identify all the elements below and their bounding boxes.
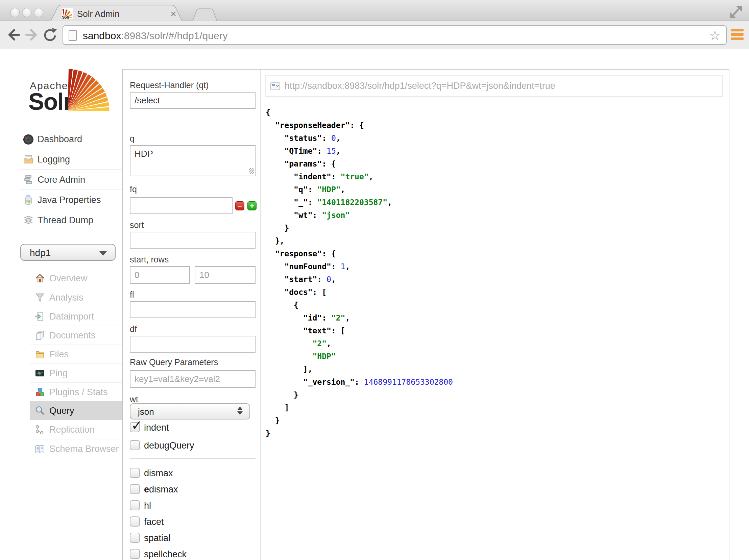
dismax-checkbox[interactable] xyxy=(130,468,140,478)
page-icon xyxy=(69,30,77,41)
debugquery-label: debugQuery xyxy=(144,441,194,451)
sidebar-item-label: Dataimport xyxy=(49,311,94,322)
sort-input[interactable] xyxy=(130,232,256,249)
browser-tab-shape[interactable] xyxy=(47,5,223,21)
documents-icon xyxy=(35,330,45,341)
sidebar-item-thread-dump[interactable]: Thread Dump xyxy=(19,210,122,230)
address-url[interactable]: sandbox:8983/solr/#/hdp1/query xyxy=(83,30,228,42)
checkmark-icon: ✓ xyxy=(131,418,143,433)
sidebar-item-plugins-stats[interactable]: Plugins / Stats xyxy=(30,382,122,401)
facet-label: facet xyxy=(144,517,164,527)
form-response-divider xyxy=(260,70,261,560)
new-tab-button xyxy=(193,9,217,21)
reload-button[interactable] xyxy=(43,27,58,42)
sidebar-item-dashboard[interactable]: Dashboard xyxy=(19,129,122,149)
tab-title: Solr Admin xyxy=(77,9,120,19)
zoom-window-button[interactable] xyxy=(34,8,43,17)
ping-icon xyxy=(35,368,45,379)
solr-sunburst-icon xyxy=(66,66,111,114)
core-admin-icon xyxy=(23,174,34,185)
java-properties-icon xyxy=(23,194,34,206)
fq-input[interactable] xyxy=(130,197,233,214)
browser-titlebar: Solr Solr Admin × xyxy=(0,0,749,21)
sidebar-item-label: Thread Dump xyxy=(38,215,93,226)
df-label: df xyxy=(130,324,137,334)
request-handler-input[interactable] xyxy=(130,92,256,109)
minimize-window-button[interactable] xyxy=(22,8,31,17)
query-magnifier-icon xyxy=(35,405,45,416)
spellcheck-label: spellcheck xyxy=(144,549,187,559)
sidebar-item-ping[interactable]: Ping xyxy=(30,363,122,382)
response-url-text: http://sandbox:8983/solr/hdp1/select?q=H… xyxy=(284,81,555,91)
solr-admin-page: Apache Solr Dashboard xyxy=(0,50,749,560)
sidebar-item-replication[interactable]: Replication xyxy=(30,420,122,439)
back-button[interactable] xyxy=(6,27,21,42)
sidebar-item-label: Core Admin xyxy=(38,175,85,185)
hl-label: hl xyxy=(144,500,151,511)
q-textarea[interactable]: HDP xyxy=(130,145,256,176)
sidebar-item-overview[interactable]: Overview xyxy=(30,269,122,288)
facet-checkbox[interactable] xyxy=(130,516,140,527)
overview-home-icon xyxy=(35,273,45,284)
forward-button[interactable] xyxy=(24,27,39,42)
indent-checkbox[interactable]: ✓ xyxy=(130,422,140,432)
response-url-link[interactable]: http://sandbox:8983/solr/hdp1/select?q=H… xyxy=(265,75,723,96)
core-selector-value: hdp1 xyxy=(30,248,51,259)
sidebar-item-files[interactable]: Files xyxy=(30,344,122,363)
logo-solr-text: Solr xyxy=(28,88,72,115)
browser-menu-button[interactable] xyxy=(731,29,744,42)
tab-close-icon[interactable]: × xyxy=(168,8,179,20)
rows-input[interactable] xyxy=(195,266,256,284)
wt-select-value: json xyxy=(138,407,154,417)
hl-checkbox[interactable] xyxy=(130,500,140,510)
fullscreen-expand-icon[interactable] xyxy=(729,4,744,20)
sidebar-item-logging[interactable]: Logging xyxy=(19,149,122,170)
sidebar-item-label: Java Properties xyxy=(38,195,101,205)
spatial-label: spatial xyxy=(144,533,170,543)
url-host: sandbox xyxy=(83,30,121,41)
edismax-label: dismax xyxy=(149,484,178,494)
spatial-checkbox[interactable] xyxy=(130,533,140,543)
textarea-resize-grip[interactable] xyxy=(249,168,254,174)
fq-add-button[interactable]: + xyxy=(248,201,257,210)
sidebar-item-analysis[interactable]: Analysis xyxy=(30,288,122,307)
raw-query-parameters-input[interactable] xyxy=(130,370,256,388)
chevron-down-icon xyxy=(99,251,107,256)
spellcheck-checkbox[interactable] xyxy=(130,549,140,559)
sidebar-item-core-admin[interactable]: Core Admin xyxy=(19,170,122,190)
sidebar-item-query[interactable]: Query xyxy=(30,401,122,420)
edismax-checkbox[interactable] xyxy=(130,484,140,494)
wt-select[interactable]: json xyxy=(130,403,250,420)
fl-input[interactable] xyxy=(130,301,256,318)
sidebar-item-label: Schema Browser xyxy=(49,444,119,454)
close-window-button[interactable] xyxy=(10,8,20,17)
start-rows-label: start, rows xyxy=(130,255,169,265)
browser-toolbar: sandbox:8983/solr/#/hdp1/query ☆ xyxy=(0,21,749,49)
replication-icon xyxy=(35,424,45,435)
address-bar[interactable]: sandbox:8983/solr/#/hdp1/query ☆ xyxy=(63,25,727,45)
sidebar-item-label: Dashboard xyxy=(38,134,82,144)
thread-dump-icon xyxy=(23,215,34,226)
sidebar-item-schema-browser[interactable]: Schema Browser xyxy=(30,439,122,458)
dataimport-icon xyxy=(35,311,45,322)
sidebar-item-label: Analysis xyxy=(49,292,84,303)
sidebar-item-label: Files xyxy=(49,349,69,360)
logging-icon xyxy=(23,154,34,165)
solr-favicon-icon: Solr xyxy=(62,8,73,19)
indent-label: indent xyxy=(144,423,169,433)
sidebar-item-label: Overview xyxy=(49,273,88,284)
request-handler-label: Request-Handler (qt) xyxy=(130,81,209,90)
sort-label: sort xyxy=(130,220,144,230)
schema-browser-book-icon xyxy=(35,444,45,454)
wt-label: wt xyxy=(130,395,138,404)
analysis-funnel-icon xyxy=(35,292,45,303)
df-input[interactable] xyxy=(130,336,256,353)
bookmark-star-icon[interactable]: ☆ xyxy=(709,28,721,43)
debugquery-checkbox[interactable] xyxy=(130,440,140,450)
start-input[interactable] xyxy=(130,266,190,284)
fq-remove-button[interactable]: − xyxy=(235,201,244,210)
sidebar-item-documents[interactable]: Documents xyxy=(30,326,122,344)
sidebar-item-java-properties[interactable]: Java Properties xyxy=(19,190,122,210)
core-selector[interactable]: hdp1 xyxy=(20,244,115,261)
sidebar-item-dataimport[interactable]: Dataimport xyxy=(30,307,122,326)
